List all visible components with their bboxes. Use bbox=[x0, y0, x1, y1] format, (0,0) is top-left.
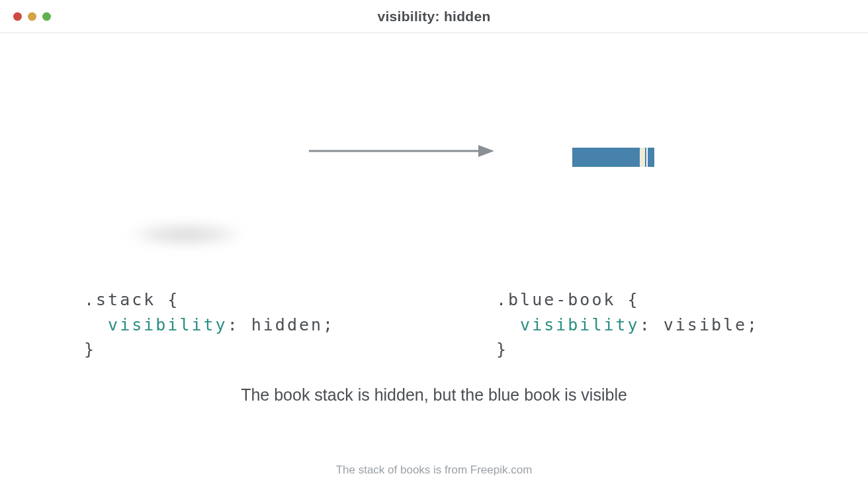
hidden-stack-shadow bbox=[126, 221, 246, 248]
slide-caption: The book stack is hidden, but the blue b… bbox=[0, 383, 868, 408]
blue-book-illustration bbox=[572, 148, 654, 167]
code-value: : hidden; bbox=[228, 315, 335, 334]
code-close: } bbox=[84, 340, 96, 359]
window-title: visibility: hidden bbox=[0, 9, 868, 25]
code-stack: .stack { visibility: hidden; } bbox=[84, 287, 335, 362]
slide-content: .stack { visibility: hidden; } .blue-boo… bbox=[0, 33, 868, 494]
code-selector: .blue-book { bbox=[496, 290, 640, 309]
titlebar: visibility: hidden bbox=[0, 0, 868, 33]
code-value: : visible; bbox=[640, 315, 760, 334]
code-selector: .stack { bbox=[84, 290, 179, 309]
minimize-icon[interactable] bbox=[28, 12, 36, 21]
close-icon[interactable] bbox=[13, 12, 22, 21]
code-property: visibility bbox=[520, 315, 640, 334]
arrow-icon bbox=[308, 142, 499, 162]
code-blue-book: .blue-book { visibility: visible; } bbox=[496, 287, 759, 362]
zoom-icon[interactable] bbox=[42, 12, 51, 21]
svg-marker-1 bbox=[478, 145, 494, 157]
image-credit: The stack of books is from Freepik.com bbox=[0, 464, 868, 477]
code-close: } bbox=[496, 340, 508, 359]
window-controls bbox=[13, 12, 51, 21]
code-property: visibility bbox=[108, 315, 228, 334]
